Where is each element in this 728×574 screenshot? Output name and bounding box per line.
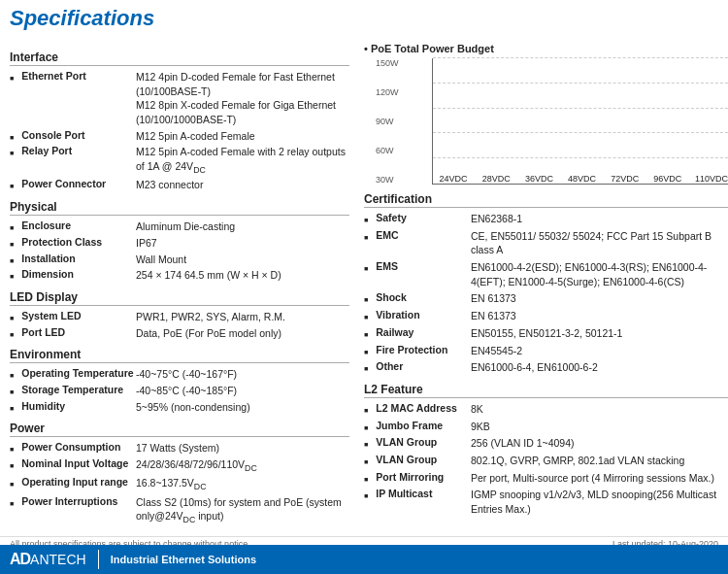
footer-divider: [98, 550, 99, 569]
poe-chart: 24VDC 28VDC 36VDC 48VDC: [432, 58, 728, 185]
bullet-icon: [364, 403, 372, 415]
bullet-icon: [10, 385, 17, 396]
spec-label-text: Protection Class: [21, 236, 102, 248]
cert-label-text: Railway: [376, 326, 414, 338]
spec-label-text: Ethernet Port: [21, 70, 86, 82]
bullet-icon: [10, 311, 17, 322]
spec-label-text: Humidity: [21, 400, 65, 412]
spec-dimension: Dimension 254 × 174 64.5 mm (W × H × D): [10, 268, 349, 283]
bullet-icon: [10, 220, 17, 232]
bullet-icon: [364, 230, 372, 242]
bar-28vdc: 28VDC: [480, 172, 512, 184]
spec-protection-class: Protection Class IP67: [10, 236, 349, 251]
bullet-icon: [10, 368, 17, 380]
bar-96vdc: 96VDC: [652, 172, 683, 184]
l2-mac-address: L2 MAC Address 8K: [364, 402, 728, 417]
section-environment: Environment: [10, 348, 349, 363]
spec-humidity: Humidity 5~95% (non-condensing): [10, 400, 349, 415]
cert-label-text: EMC: [376, 229, 398, 241]
left-column: Interface Ethernet Port M12 4pin D-coded…: [10, 43, 359, 528]
spec-label-text: Port LED: [21, 326, 65, 338]
cert-label-text: EMS: [376, 260, 398, 272]
spec-system-led: System LED PWR1, PWR2, SYS, Alarm, R.M.: [10, 310, 349, 324]
bullet-icon: [10, 179, 17, 190]
spec-label-text: Console Port: [21, 129, 84, 141]
y-label-30: 30W: [376, 175, 399, 185]
section-physical: Physical: [10, 200, 349, 216]
y-label-90: 90W: [376, 117, 399, 126]
bullet-icon: [364, 261, 372, 273]
footer-tagline: Industrial Ethernet Solutions: [111, 554, 256, 565]
spec-label-text: Nominal Input Voltage: [21, 457, 128, 469]
bar-72vdc: 72VDC: [610, 172, 641, 184]
l2-jumbo-frame: Jumbo Frame 9KB: [364, 420, 728, 434]
l2-label-text: Port Mirroring: [376, 471, 444, 483]
bullet-icon: [10, 327, 17, 339]
section-interface: Interface: [10, 51, 349, 66]
l2-vlan-group-2: VLAN Group 802.1Q, GVRP, GMRP, 802.1ad V…: [364, 454, 728, 468]
spec-relay-port: Relay Port M12 5pin A-coded Female with …: [10, 145, 349, 176]
spec-ethernet-port: Ethernet Port M12 4pin D-coded Female fo…: [10, 70, 349, 127]
bullet-icon: [10, 146, 17, 157]
spec-power-consumption: Power Consumption 17 Watts (System): [10, 441, 349, 456]
cert-fire: Fire Protection EN45545-2: [364, 344, 728, 358]
bullet-icon: [364, 292, 372, 304]
bullet-icon: [364, 345, 372, 356]
cert-label-text: Fire Protection: [376, 344, 447, 355]
bullet-icon: [364, 310, 372, 321]
spec-label-text: Power Interruptions: [21, 495, 117, 507]
bullet-icon: [10, 442, 17, 454]
spec-label-text: Operating Temperature: [21, 367, 133, 379]
spec-power-connector: Power Connector M23 connector: [10, 178, 349, 192]
cert-label-text: Other: [376, 360, 403, 372]
bullet-icon: [364, 472, 372, 484]
l2-label-text: VLAN Group: [376, 436, 437, 448]
bar-110vdc: 110VDC: [695, 172, 728, 184]
spec-label-text: Dimension: [21, 268, 74, 280]
bullet-icon: [364, 421, 372, 432]
chart-bars: 24VDC 28VDC 36VDC 48VDC: [433, 58, 728, 184]
spec-input-range: Operating Input range 16.8~137.5VDC: [10, 476, 349, 492]
bullet-icon: [364, 361, 372, 373]
l2-label-text: IP Multicast: [376, 488, 432, 499]
bullet-icon: [10, 269, 17, 281]
cert-vibration: Vibration EN 61373: [364, 309, 728, 323]
y-label-60: 60W: [376, 146, 399, 155]
bullet-icon: [10, 496, 17, 508]
y-label-120: 120W: [376, 87, 399, 97]
spec-label-text: Relay Port: [21, 145, 72, 156]
spec-label-text: Installation: [21, 253, 75, 264]
cert-ems: EMS EN61000-4-2(ESD); EN61000-4-3(RS); E…: [364, 260, 728, 288]
bullet-icon: [10, 458, 17, 470]
cert-shock: Shock EN 61373: [364, 291, 728, 306]
cert-emc: EMC CE, EN55011/ 55032/ 55024; FCC Part …: [364, 229, 728, 257]
bullet-icon: [364, 213, 372, 224]
section-power: Power: [10, 422, 349, 437]
spec-op-temp: Operating Temperature -40~75°C (-40~167°…: [10, 367, 349, 382]
l2-label-text: L2 MAC Address: [376, 402, 457, 414]
bullet-icon: [10, 477, 17, 489]
cert-safety: Safety EN62368-1: [364, 212, 728, 226]
chart-title: • PoE Total Power Budget: [364, 43, 728, 54]
bullet-icon: [10, 130, 17, 142]
bullet-icon: [10, 237, 17, 249]
cert-other: Other EN61000-6-4, EN61000-6-2: [364, 360, 728, 375]
spec-installation: Installation Wall Mount: [10, 253, 349, 267]
l2-vlan-group-1: VLAN Group 256 (VLAN ID 1~4094): [364, 436, 728, 451]
cert-label-text: Safety: [376, 212, 407, 223]
spec-label-text: System LED: [21, 310, 81, 321]
l2-label-text: VLAN Group: [376, 454, 437, 465]
cert-railway: Railway EN50155, EN50121-3-2, 50121-1: [364, 326, 728, 341]
bar-24vdc: 24VDC: [438, 172, 469, 184]
footer-bar: ADANTECH Industrial Ethernet Solutions: [0, 545, 728, 574]
section-certification: Certification: [364, 192, 728, 208]
spec-label-text: Power Consumption: [21, 441, 120, 453]
spec-label-text: Enclosure: [21, 219, 71, 231]
spec-nominal-voltage: Nominal Input Voltage 24/28/36/48/72/96/…: [10, 457, 349, 474]
chart-section: • PoE Total Power Budget 24VDC: [364, 43, 728, 185]
bullet-icon: [364, 327, 372, 339]
bullet-icon: [364, 489, 372, 500]
footer-logo: ADANTECH: [10, 551, 86, 568]
bullet-icon: [10, 401, 17, 413]
l2-label-text: Jumbo Frame: [376, 420, 443, 431]
